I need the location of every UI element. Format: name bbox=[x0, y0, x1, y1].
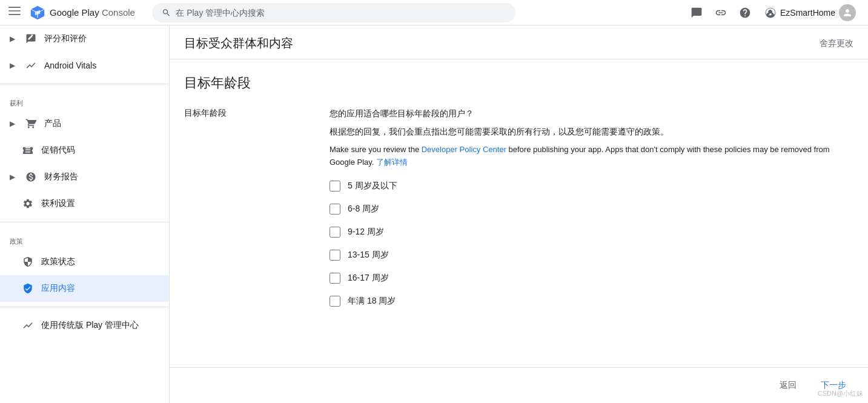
section-label-policy: 政策 bbox=[0, 227, 169, 248]
settings-icon bbox=[22, 198, 34, 210]
content-area: 目标受众群体和内容 舍弃更改 目标年龄段 目标年龄段 您的应用适合哪些目标年龄段… bbox=[170, 25, 868, 403]
form-label: 目标年龄段 bbox=[184, 107, 305, 307]
search-icon bbox=[162, 8, 171, 18]
info-text: 根据您的回复，我们会重点指出您可能需要采取的所有行动，以及您可能需要遵守的政策。 bbox=[330, 125, 853, 138]
checkbox-age3[interactable] bbox=[330, 227, 340, 238]
sidebar-item-settings[interactable]: 获利设置 bbox=[0, 190, 169, 217]
policy-center-link[interactable]: Developer Policy Center bbox=[422, 145, 506, 154]
section-label-monetize: 获利 bbox=[0, 89, 169, 110]
expand-icon: ▶ bbox=[10, 119, 15, 128]
products-icon bbox=[25, 118, 37, 130]
sidebar-item-promo[interactable]: 促销代码 bbox=[0, 137, 169, 164]
username-label: EzSmartHome bbox=[780, 8, 835, 18]
policy-text: Make sure you review the Developer Polic… bbox=[330, 144, 853, 169]
checkbox-label-age3: 9-12 周岁 bbox=[348, 227, 384, 238]
question-text: 您的应用适合哪些目标年龄段的用户？ bbox=[330, 107, 853, 120]
sidebar-item-promo-label: 促销代码 bbox=[41, 145, 75, 156]
watermark: CSDN@小红妹 bbox=[818, 389, 863, 398]
policy-text-before: Make sure you review the bbox=[330, 145, 422, 154]
svg-rect-1 bbox=[8, 10, 21, 12]
sidebar-item-legacy-label: 使用传统版 Play 管理中心 bbox=[41, 320, 139, 331]
sidebar-item-vitals-label: Android Vitals bbox=[44, 61, 96, 70]
sidebar-item-products[interactable]: ▶ 产品 bbox=[0, 110, 169, 137]
checkbox-age2[interactable] bbox=[330, 204, 340, 215]
play-console-logo-icon bbox=[29, 4, 46, 21]
sidebar-item-android-vitals[interactable]: ▶ Android Vitals bbox=[0, 52, 169, 79]
logo: Google Play Console bbox=[29, 4, 135, 21]
content-scroll: 目标年龄段 目标年龄段 您的应用适合哪些目标年龄段的用户？ 根据您的回复，我们会… bbox=[170, 59, 868, 367]
checkbox-label-age6: 年满 18 周岁 bbox=[348, 296, 396, 307]
sidebar-item-ratings[interactable]: ▶ 评分和评价 bbox=[0, 25, 169, 52]
checkbox-age5[interactable] bbox=[330, 273, 340, 284]
checkbox-age6[interactable] bbox=[330, 296, 340, 307]
sidebar-item-policy-status-label: 政策状态 bbox=[41, 256, 75, 267]
policy-status-icon bbox=[22, 256, 34, 268]
checkbox-item-age4[interactable]: 13-15 周岁 bbox=[330, 250, 853, 261]
main-layout: ▶ 评分和评价 ▶ Android Vitals 获利 ▶ 产品 bbox=[0, 25, 868, 403]
learn-more-link[interactable]: 了解详情 bbox=[376, 158, 408, 167]
form-content: 您的应用适合哪些目标年龄段的用户？ 根据您的回复，我们会重点指出您可能需要采取的… bbox=[330, 107, 853, 307]
checkbox-label-age2: 6-8 周岁 bbox=[348, 204, 379, 215]
svg-rect-0 bbox=[8, 7, 21, 8]
section-title: 目标年龄段 bbox=[184, 74, 853, 92]
discard-button[interactable]: 舍弃更改 bbox=[820, 38, 853, 49]
header: Google Play Console EzSmartHome bbox=[0, 0, 868, 25]
promo-icon bbox=[22, 144, 34, 156]
help-button[interactable] bbox=[735, 3, 755, 22]
expand-icon: ▶ bbox=[10, 173, 15, 181]
header-actions: EzSmartHome bbox=[687, 2, 861, 24]
search-bar[interactable] bbox=[152, 3, 515, 22]
logo-light: Console bbox=[99, 7, 135, 18]
checkbox-item-age5[interactable]: 16-17 周岁 bbox=[330, 273, 853, 284]
expand-icon: ▶ bbox=[10, 61, 15, 70]
checkbox-age4[interactable] bbox=[330, 250, 340, 261]
form-row: 目标年龄段 您的应用适合哪些目标年龄段的用户？ 根据您的回复，我们会重点指出您可… bbox=[184, 107, 853, 307]
checkbox-label-age4: 13-15 周岁 bbox=[348, 250, 389, 261]
legacy-icon bbox=[22, 319, 34, 331]
checkbox-item-age1[interactable]: 5 周岁及以下 bbox=[330, 181, 853, 192]
sidebar: ▶ 评分和评价 ▶ Android Vitals 获利 ▶ 产品 bbox=[0, 25, 170, 403]
logo-text: Google Play Console bbox=[50, 7, 135, 18]
sidebar-item-app-content-label: 应用内容 bbox=[41, 283, 75, 294]
sidebar-divider-3 bbox=[0, 307, 169, 307]
logo-bold: Google Play bbox=[50, 7, 99, 18]
vitals-icon bbox=[25, 59, 37, 72]
sidebar-item-app-content[interactable]: 应用内容 bbox=[0, 275, 169, 302]
notification-button[interactable] bbox=[687, 3, 706, 22]
menu-icon[interactable] bbox=[7, 5, 22, 20]
search-input[interactable] bbox=[176, 8, 506, 18]
link-button[interactable] bbox=[711, 3, 731, 22]
app-content-icon bbox=[22, 282, 34, 295]
ratings-icon bbox=[25, 33, 37, 45]
expand-icon: ▶ bbox=[10, 35, 15, 43]
finance-icon bbox=[25, 171, 37, 183]
sidebar-item-ratings-label: 评分和评价 bbox=[44, 33, 87, 44]
svg-rect-2 bbox=[8, 14, 21, 15]
sidebar-item-settings-label: 获利设置 bbox=[41, 198, 75, 209]
sidebar-item-finance-label: 财务报告 bbox=[44, 172, 78, 182]
sidebar-item-finance[interactable]: ▶ 财务报告 bbox=[0, 164, 169, 190]
sidebar-item-products-label: 产品 bbox=[44, 118, 61, 129]
checkbox-age1[interactable] bbox=[330, 181, 340, 192]
checkbox-item-age3[interactable]: 9-12 周岁 bbox=[330, 227, 853, 238]
page-title: 目标受众群体和内容 bbox=[184, 35, 293, 52]
bottom-bar: 返回 下一步 bbox=[170, 367, 868, 403]
checkbox-item-age6[interactable]: 年满 18 周岁 bbox=[330, 296, 853, 307]
sidebar-divider-2 bbox=[0, 222, 169, 222]
checkbox-item-age2[interactable]: 6-8 周岁 bbox=[330, 204, 853, 215]
checkbox-label-age1: 5 周岁及以下 bbox=[348, 181, 397, 192]
back-button[interactable]: 返回 bbox=[772, 375, 804, 396]
checkbox-label-age5: 16-17 周岁 bbox=[348, 273, 389, 284]
age-checkbox-group: 5 周岁及以下 6-8 周岁 9-12 周岁 13-15 周岁 bbox=[330, 181, 853, 307]
sidebar-item-policy-status[interactable]: 政策状态 bbox=[0, 248, 169, 275]
content-header: 目标受众群体和内容 舍弃更改 bbox=[170, 25, 868, 59]
avatar bbox=[839, 4, 856, 21]
account-icon bbox=[764, 7, 777, 19]
sidebar-divider-1 bbox=[0, 84, 169, 84]
sidebar-item-legacy[interactable]: 使用传统版 Play 管理中心 bbox=[0, 312, 169, 339]
user-account[interactable]: EzSmartHome bbox=[760, 2, 861, 24]
